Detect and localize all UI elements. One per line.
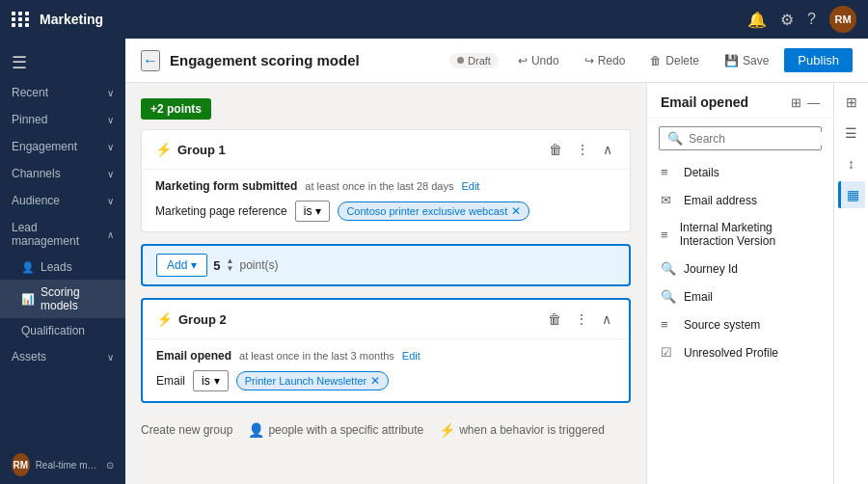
unresolved-profile-icon: ☑ (661, 345, 676, 360)
sidebar-item-lead-management[interactable]: Lead management ∧ (0, 214, 125, 255)
panel-close-btn[interactable]: — (807, 95, 820, 110)
group-2-body: Email opened at least once in the last 3… (143, 339, 629, 401)
save-button[interactable]: 💾 Save (715, 50, 778, 71)
right-toolbar: ⊞ ☰ ↕ ▦ (833, 83, 868, 484)
content-area: ← Engagement scoring model Draft ↩ Undo … (125, 39, 868, 484)
group-1-tag-close[interactable]: ✕ (511, 204, 521, 218)
sidebar-bottom[interactable]: RM Real-time marketi... ⊙ (0, 445, 125, 484)
save-icon: 💾 (724, 54, 739, 67)
toolbar-btn-1[interactable]: ⊞ (838, 89, 865, 116)
sidebar-item-qualification[interactable]: Qualification (0, 318, 125, 343)
group-2-filter-op[interactable]: is ▾ (193, 370, 229, 391)
header-actions: ↩ Undo ↪ Redo 🗑 Delete 💾 Save Publish (508, 48, 853, 72)
panel-item-source-system[interactable]: ≡ Source system (647, 310, 833, 338)
behavior-triggered-link[interactable]: ⚡ when a behavior is triggered (439, 422, 605, 438)
group-1-more-btn[interactable]: ⋮ (572, 140, 593, 159)
group-2-title: Group 2 (178, 312, 538, 327)
filter-op-chevron: ▾ (315, 204, 321, 218)
details-icon: ≡ (661, 165, 676, 179)
chevron-lead-management: ∧ (107, 229, 114, 240)
panel-content: Email opened ⊞ — 🔍 ≡ Details (647, 83, 833, 484)
page-title: Engagement scoring model (170, 52, 440, 68)
group-1-collapse-btn[interactable]: ∧ (599, 140, 616, 159)
group-2-condition-edit[interactable]: Edit (402, 350, 420, 362)
sidebar-item-pinned[interactable]: Pinned ∨ (0, 106, 125, 133)
panel-item-email-address[interactable]: ✉ Email address (647, 186, 833, 214)
sidebar-hamburger[interactable]: ☰ (0, 46, 125, 79)
filter-op2-chevron: ▾ (214, 374, 220, 388)
panel-header: Email opened ⊞ — (647, 83, 833, 119)
notification-icon[interactable]: 🔔 (747, 11, 767, 29)
sidebar-item-channels[interactable]: Channels ∨ (0, 160, 125, 187)
help-icon[interactable]: ? (807, 11, 816, 28)
group-1-icon: ⚡ (155, 142, 172, 157)
sidebar-item-scoring-models[interactable]: 📊 Scoring models (0, 280, 125, 318)
group-2-tag-close[interactable]: ✕ (370, 374, 380, 388)
group-1-body: Marketing form submitted at least once i… (142, 170, 630, 231)
group-2-header: ⚡ Group 2 🗑 ⋮ ∧ (143, 300, 629, 339)
panel-item-unresolved-profile[interactable]: ☑ Unresolved Profile (647, 338, 833, 366)
behavior-icon: ⚡ (439, 422, 455, 438)
add-row: Add ▾ 5 ▲ ▼ point(s) (141, 244, 631, 286)
sidebar-bottom-avatar: RM (12, 453, 30, 476)
chevron-audience: ∨ (107, 196, 114, 206)
panel-item-details[interactable]: ≡ Details (647, 158, 833, 186)
people-attribute-link[interactable]: 👤 people with a specific attribute (248, 422, 423, 438)
two-col: +2 points ⚡ Group 1 🗑 ⋮ ∧ Ma (125, 83, 868, 484)
panel-icons: ⊞ — (791, 95, 820, 110)
create-group-label: Create new group (141, 423, 232, 437)
group-2-condition-sub: at least once in the last 3 months (239, 350, 394, 362)
toolbar-btn-3[interactable]: ↕ (838, 150, 865, 177)
sidebar-item-audience[interactable]: Audience ∨ (0, 187, 125, 214)
canvas: +2 points ⚡ Group 1 🗑 ⋮ ∧ Ma (125, 83, 646, 484)
draft-dot (457, 57, 464, 64)
panel-item-internal-marketing[interactable]: ≡ Internal Marketing Interaction Version (647, 214, 833, 255)
stepper-down[interactable]: ▼ (227, 265, 234, 273)
group-1-filter-op[interactable]: is ▾ (295, 201, 331, 222)
sidebar-item-recent[interactable]: Recent ∨ (0, 79, 125, 106)
group-1-actions: 🗑 ⋮ ∧ (545, 140, 616, 159)
search-icon: 🔍 (667, 131, 683, 146)
panel-item-journey-id[interactable]: 🔍 Journey Id (647, 255, 833, 282)
settings-icon[interactable]: ⚙ (780, 11, 794, 29)
search-input[interactable] (689, 132, 833, 146)
sidebar-item-assets[interactable]: Assets ∨ (0, 343, 125, 370)
internal-marketing-icon: ≡ (661, 228, 672, 242)
redo-icon: ↪ (584, 54, 594, 67)
sidebar-item-leads[interactable]: 👤 Leads (0, 255, 125, 280)
app-grid-icon[interactable] (12, 12, 30, 27)
group-2-filter-row: Email is ▾ Printer Launch Newsletter ✕ (156, 370, 615, 391)
group-2-collapse-btn[interactable]: ∧ (598, 309, 615, 329)
undo-button[interactable]: ↩ Undo (508, 50, 569, 71)
app-title: Marketing (40, 12, 103, 27)
delete-button[interactable]: 🗑 Delete (640, 50, 709, 71)
add-button[interactable]: Add ▾ (156, 254, 207, 277)
toolbar-btn-4[interactable]: ▦ (838, 181, 865, 208)
publish-button[interactable]: Publish (784, 48, 853, 72)
nav-left: Marketing (12, 12, 103, 27)
panel-expand-btn[interactable]: ⊞ (791, 95, 801, 110)
draft-badge: Draft (449, 53, 499, 68)
leads-icon: 👤 (21, 261, 35, 274)
top-nav: Marketing 🔔 ⚙ ? RM (0, 0, 868, 39)
group-1-condition-edit[interactable]: Edit (461, 180, 479, 192)
user-avatar[interactable]: RM (829, 6, 856, 33)
back-button[interactable]: ← (141, 50, 160, 71)
source-system-icon: ≡ (661, 317, 676, 332)
toolbar-btn-2[interactable]: ☰ (838, 120, 865, 147)
group-1-condition-row: Marketing form submitted at least once i… (155, 179, 616, 193)
group-2-delete-btn[interactable]: 🗑 (544, 309, 565, 329)
group-2-more-btn[interactable]: ⋮ (571, 309, 592, 329)
search-box: 🔍 (659, 126, 822, 150)
points-badge: +2 points (141, 98, 211, 120)
header-bar: ← Engagement scoring model Draft ↩ Undo … (125, 39, 868, 83)
group-1-delete-btn[interactable]: 🗑 (545, 140, 566, 159)
group-2-filter-label: Email (156, 374, 185, 388)
redo-button[interactable]: ↪ Redo (575, 50, 636, 71)
group-2-filter-tag: Printer Launch Newsletter ✕ (236, 371, 390, 390)
points-stepper[interactable]: ▲ ▼ (227, 257, 234, 273)
sidebar-item-engagement[interactable]: Engagement ∨ (0, 133, 125, 160)
undo-icon: ↩ (518, 54, 528, 67)
panel-item-email[interactable]: 🔍 Email (647, 282, 833, 310)
scoring-icon: 📊 (21, 293, 35, 306)
